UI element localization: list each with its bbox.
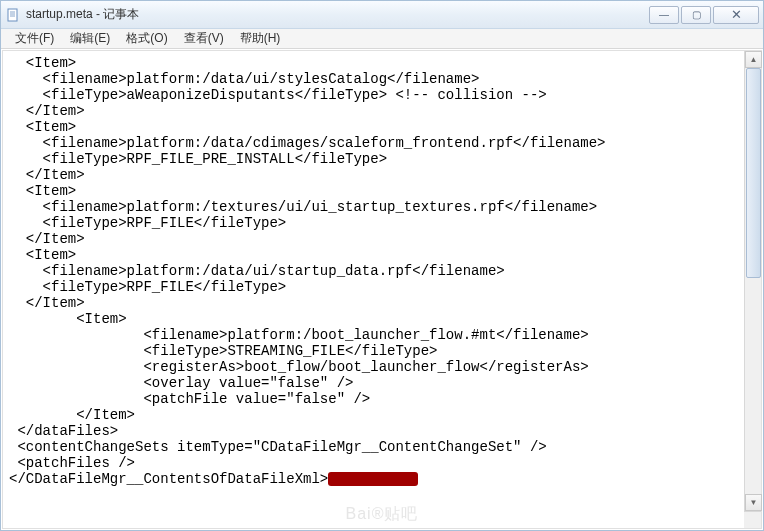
menu-format[interactable]: 格式(O) (118, 28, 175, 49)
minimize-button[interactable]: — (649, 6, 679, 24)
menu-file[interactable]: 文件(F) (7, 28, 62, 49)
scroll-down-icon[interactable]: ▼ (745, 494, 762, 511)
close-button[interactable]: ✕ (713, 6, 759, 24)
menu-edit[interactable]: 编辑(E) (62, 28, 118, 49)
scroll-thumb[interactable] (746, 68, 761, 278)
redacted-block (328, 472, 418, 486)
svg-rect-0 (8, 9, 17, 21)
window-title: startup.meta - 记事本 (26, 6, 647, 23)
scroll-corner (744, 511, 761, 528)
menu-help[interactable]: 帮助(H) (232, 28, 289, 49)
scroll-up-icon[interactable]: ▲ (745, 51, 762, 68)
vertical-scrollbar[interactable]: ▲ ▼ (744, 51, 761, 528)
notepad-window: startup.meta - 记事本 — ▢ ✕ 文件(F) 编辑(E) 格式(… (0, 0, 764, 531)
window-controls: — ▢ ✕ (647, 6, 759, 24)
menu-view[interactable]: 查看(V) (176, 28, 232, 49)
title-bar[interactable]: startup.meta - 记事本 — ▢ ✕ (1, 1, 763, 29)
app-icon (5, 7, 21, 23)
editor-area: <Item> <filename>platform:/data/ui/style… (2, 50, 762, 529)
text-editor[interactable]: <Item> <filename>platform:/data/ui/style… (3, 51, 744, 528)
maximize-button[interactable]: ▢ (681, 6, 711, 24)
menu-bar: 文件(F) 编辑(E) 格式(O) 查看(V) 帮助(H) (1, 29, 763, 49)
